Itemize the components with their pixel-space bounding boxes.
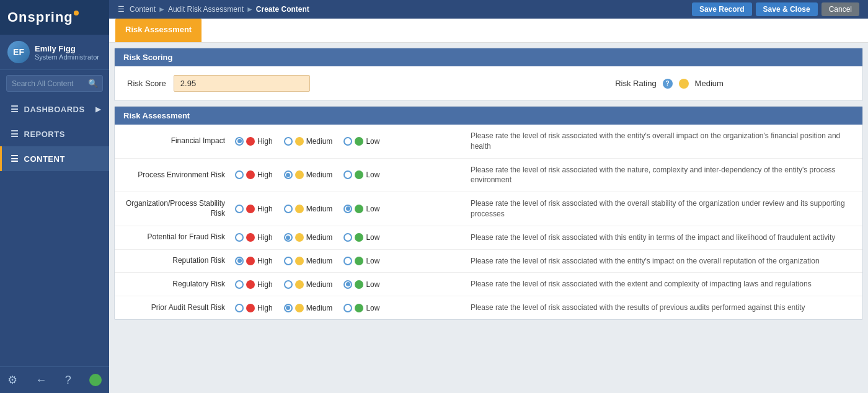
logo-text: Onspring [7,9,73,25]
dot-high [246,280,255,289]
cancel-button[interactable]: Cancel [822,2,859,16]
settings-icon[interactable]: ⚙ [7,373,17,387]
risk-scoring-body: Risk Score 2.95 Risk Rating ? Medium [115,66,862,100]
radio-high[interactable] [235,233,244,242]
risk-assessment-header: Risk Assessment [115,107,862,125]
back-icon[interactable]: ← [35,374,46,387]
radio-medium[interactable] [284,205,293,213]
risk-option-medium[interactable]: Medium [284,205,333,213]
radio-medium[interactable] [284,137,293,146]
radio-low[interactable] [343,205,352,213]
save-record-button[interactable]: Save Record [692,2,752,16]
status-indicator [89,374,102,386]
risk-scoring-header: Risk Scoring [115,48,862,66]
breadcrumb-sep-2: ► [246,5,254,14]
sidebar-item-reports[interactable]: ☰ REPORTS [0,121,109,146]
risk-row-name: Organization/Process Stability Risk [123,199,235,218]
breadcrumb-audit[interactable]: Audit Risk Assessment [168,5,244,14]
option-label-medium: Medium [306,170,333,179]
dot-high [246,205,255,213]
help-icon[interactable]: ? [65,374,71,387]
sidebar-item-dashboards[interactable]: ☰ DASHBOARDS ▶ [0,97,109,121]
search-icon[interactable]: 🔍 [84,76,102,91]
radio-high[interactable] [235,280,244,289]
risk-option-high[interactable]: High [235,233,273,242]
dot-medium [295,233,304,242]
option-label-low: Low [366,304,379,312]
risk-row-name: Regulatory Risk [123,280,235,289]
sidebar-item-label: DASHBOARDS [24,105,85,114]
risk-option-low[interactable]: Low [343,233,379,242]
risk-option-high[interactable]: High [235,205,273,213]
risk-row: Potential for Fraud RiskHighMediumLowPle… [115,226,862,250]
risk-row-options: HighMediumLow [235,304,471,312]
rating-dot [679,79,689,89]
dot-low [355,257,363,265]
risk-option-low[interactable]: Low [343,137,379,146]
radio-low[interactable] [343,170,352,179]
save-close-button[interactable]: Save & Close [756,2,818,16]
option-label-medium: Medium [306,205,333,213]
dot-high [246,257,255,265]
risk-row-name: Reputation Risk [123,256,235,266]
radio-high[interactable] [235,170,244,179]
radio-medium[interactable] [284,304,293,312]
risk-option-medium[interactable]: Medium [284,280,333,289]
radio-high[interactable] [235,137,244,146]
dot-medium [295,170,304,179]
rating-info-icon[interactable]: ? [663,79,673,89]
user-name: Emily Figg [35,44,99,53]
radio-high[interactable] [235,304,244,312]
dashboards-icon: ☰ [11,104,19,114]
risk-option-medium[interactable]: Medium [284,233,333,242]
sidebar-item-label: CONTENT [24,154,65,164]
risk-option-high[interactable]: High [235,257,273,265]
risk-option-low[interactable]: Low [343,304,379,312]
radio-medium[interactable] [284,170,293,179]
risk-option-medium[interactable]: Medium [284,304,333,312]
dot-medium [295,257,304,265]
search-input[interactable] [7,76,84,91]
risk-option-high[interactable]: High [235,137,273,146]
dot-high [246,170,255,179]
sidebar-item-content[interactable]: ☰ CONTENT [0,146,109,171]
dot-low [355,233,363,242]
risk-option-low[interactable]: Low [343,257,379,265]
risk-option-high[interactable]: High [235,170,273,179]
risk-row: Prior Audit Result RiskHighMediumLowPlea… [115,296,862,319]
rating-label: Risk Rating [615,79,656,88]
risk-row-options: HighMediumLow [235,233,471,242]
dot-low [355,170,363,179]
radio-medium[interactable] [284,257,293,265]
dot-low [355,304,363,312]
radio-medium[interactable] [284,233,293,242]
risk-option-low[interactable]: Low [343,170,379,179]
radio-high[interactable] [235,205,244,213]
breadcrumb-content[interactable]: Content [130,5,156,14]
radio-medium[interactable] [284,280,293,289]
risk-option-medium[interactable]: Medium [284,257,333,265]
radio-high[interactable] [235,257,244,265]
content-icon: ☰ [11,154,19,164]
risk-option-high[interactable]: High [235,280,273,289]
risk-option-low[interactable]: Low [343,205,379,213]
user-role: System Administrator [35,53,99,61]
radio-low[interactable] [343,233,352,242]
radio-low[interactable] [343,304,352,312]
logo-area: Onspring [0,0,109,35]
radio-low[interactable] [343,280,352,289]
risk-option-high[interactable]: High [235,304,273,312]
option-label-medium: Medium [306,257,333,265]
option-label-low: Low [366,280,379,289]
risk-option-medium[interactable]: Medium [284,137,333,146]
dot-high [246,137,255,146]
risk-row-name: Potential for Fraud Risk [123,232,235,242]
risk-option-low[interactable]: Low [343,280,379,289]
radio-low[interactable] [343,137,352,146]
tab-risk-assessment[interactable]: Risk Assessment [115,19,202,42]
dot-low [355,205,363,213]
dot-medium [295,137,304,146]
sidebar: Onspring EF Emily Figg System Administra… [0,0,109,393]
risk-option-medium[interactable]: Medium [284,170,333,179]
radio-low[interactable] [343,257,352,265]
